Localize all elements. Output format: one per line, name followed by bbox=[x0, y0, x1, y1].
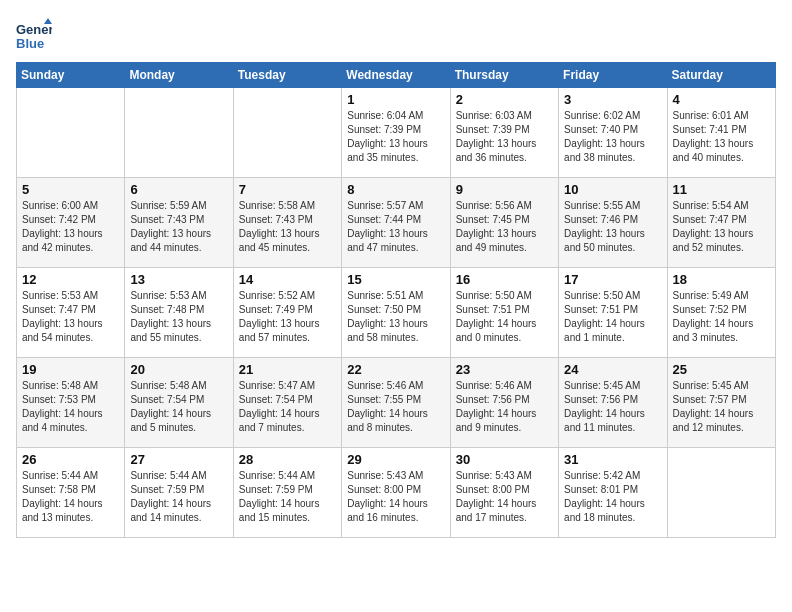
calendar-cell: 10Sunrise: 5:55 AMSunset: 7:46 PMDayligh… bbox=[559, 178, 667, 268]
day-number: 26 bbox=[22, 452, 119, 467]
calendar-cell: 28Sunrise: 5:44 AMSunset: 7:59 PMDayligh… bbox=[233, 448, 341, 538]
day-number: 20 bbox=[130, 362, 227, 377]
day-number: 28 bbox=[239, 452, 336, 467]
day-info: Sunrise: 5:48 AMSunset: 7:53 PMDaylight:… bbox=[22, 379, 119, 435]
day-info: Sunrise: 6:04 AMSunset: 7:39 PMDaylight:… bbox=[347, 109, 444, 165]
day-info: Sunrise: 5:44 AMSunset: 7:58 PMDaylight:… bbox=[22, 469, 119, 525]
day-number: 8 bbox=[347, 182, 444, 197]
calendar-cell: 18Sunrise: 5:49 AMSunset: 7:52 PMDayligh… bbox=[667, 268, 775, 358]
day-info: Sunrise: 6:00 AMSunset: 7:42 PMDaylight:… bbox=[22, 199, 119, 255]
day-number: 9 bbox=[456, 182, 553, 197]
calendar-cell: 16Sunrise: 5:50 AMSunset: 7:51 PMDayligh… bbox=[450, 268, 558, 358]
day-number: 13 bbox=[130, 272, 227, 287]
day-info: Sunrise: 6:01 AMSunset: 7:41 PMDaylight:… bbox=[673, 109, 770, 165]
calendar-cell: 9Sunrise: 5:56 AMSunset: 7:45 PMDaylight… bbox=[450, 178, 558, 268]
calendar-cell: 6Sunrise: 5:59 AMSunset: 7:43 PMDaylight… bbox=[125, 178, 233, 268]
page-header: General Blue bbox=[16, 16, 776, 52]
calendar-cell: 21Sunrise: 5:47 AMSunset: 7:54 PMDayligh… bbox=[233, 358, 341, 448]
day-number: 16 bbox=[456, 272, 553, 287]
calendar-week-5: 26Sunrise: 5:44 AMSunset: 7:58 PMDayligh… bbox=[17, 448, 776, 538]
day-info: Sunrise: 5:43 AMSunset: 8:00 PMDaylight:… bbox=[347, 469, 444, 525]
day-number: 27 bbox=[130, 452, 227, 467]
day-number: 17 bbox=[564, 272, 661, 287]
svg-text:General: General bbox=[16, 22, 52, 37]
calendar-cell: 8Sunrise: 5:57 AMSunset: 7:44 PMDaylight… bbox=[342, 178, 450, 268]
day-info: Sunrise: 5:49 AMSunset: 7:52 PMDaylight:… bbox=[673, 289, 770, 345]
day-number: 1 bbox=[347, 92, 444, 107]
day-info: Sunrise: 5:57 AMSunset: 7:44 PMDaylight:… bbox=[347, 199, 444, 255]
day-info: Sunrise: 5:50 AMSunset: 7:51 PMDaylight:… bbox=[456, 289, 553, 345]
calendar-cell: 26Sunrise: 5:44 AMSunset: 7:58 PMDayligh… bbox=[17, 448, 125, 538]
day-number: 12 bbox=[22, 272, 119, 287]
calendar-table: SundayMondayTuesdayWednesdayThursdayFrid… bbox=[16, 62, 776, 538]
day-info: Sunrise: 5:58 AMSunset: 7:43 PMDaylight:… bbox=[239, 199, 336, 255]
day-info: Sunrise: 5:45 AMSunset: 7:57 PMDaylight:… bbox=[673, 379, 770, 435]
calendar-cell: 4Sunrise: 6:01 AMSunset: 7:41 PMDaylight… bbox=[667, 88, 775, 178]
calendar-cell: 20Sunrise: 5:48 AMSunset: 7:54 PMDayligh… bbox=[125, 358, 233, 448]
day-info: Sunrise: 5:43 AMSunset: 8:00 PMDaylight:… bbox=[456, 469, 553, 525]
weekday-header-sunday: Sunday bbox=[17, 63, 125, 88]
calendar-cell: 1Sunrise: 6:04 AMSunset: 7:39 PMDaylight… bbox=[342, 88, 450, 178]
logo: General Blue bbox=[16, 16, 56, 52]
calendar-cell: 24Sunrise: 5:45 AMSunset: 7:56 PMDayligh… bbox=[559, 358, 667, 448]
day-number: 24 bbox=[564, 362, 661, 377]
day-info: Sunrise: 5:47 AMSunset: 7:54 PMDaylight:… bbox=[239, 379, 336, 435]
day-number: 11 bbox=[673, 182, 770, 197]
calendar-cell: 11Sunrise: 5:54 AMSunset: 7:47 PMDayligh… bbox=[667, 178, 775, 268]
weekday-header-wednesday: Wednesday bbox=[342, 63, 450, 88]
svg-text:Blue: Blue bbox=[16, 36, 44, 51]
day-info: Sunrise: 5:50 AMSunset: 7:51 PMDaylight:… bbox=[564, 289, 661, 345]
calendar-cell: 22Sunrise: 5:46 AMSunset: 7:55 PMDayligh… bbox=[342, 358, 450, 448]
day-number: 18 bbox=[673, 272, 770, 287]
calendar-cell: 29Sunrise: 5:43 AMSunset: 8:00 PMDayligh… bbox=[342, 448, 450, 538]
calendar-cell: 23Sunrise: 5:46 AMSunset: 7:56 PMDayligh… bbox=[450, 358, 558, 448]
calendar-cell: 17Sunrise: 5:50 AMSunset: 7:51 PMDayligh… bbox=[559, 268, 667, 358]
day-info: Sunrise: 5:46 AMSunset: 7:56 PMDaylight:… bbox=[456, 379, 553, 435]
day-number: 29 bbox=[347, 452, 444, 467]
day-info: Sunrise: 5:44 AMSunset: 7:59 PMDaylight:… bbox=[130, 469, 227, 525]
calendar-cell: 2Sunrise: 6:03 AMSunset: 7:39 PMDaylight… bbox=[450, 88, 558, 178]
calendar-cell: 13Sunrise: 5:53 AMSunset: 7:48 PMDayligh… bbox=[125, 268, 233, 358]
day-info: Sunrise: 6:03 AMSunset: 7:39 PMDaylight:… bbox=[456, 109, 553, 165]
calendar-cell: 27Sunrise: 5:44 AMSunset: 7:59 PMDayligh… bbox=[125, 448, 233, 538]
day-number: 21 bbox=[239, 362, 336, 377]
day-number: 10 bbox=[564, 182, 661, 197]
calendar-cell bbox=[233, 88, 341, 178]
day-info: Sunrise: 5:52 AMSunset: 7:49 PMDaylight:… bbox=[239, 289, 336, 345]
calendar-cell bbox=[125, 88, 233, 178]
calendar-cell: 3Sunrise: 6:02 AMSunset: 7:40 PMDaylight… bbox=[559, 88, 667, 178]
calendar-cell: 25Sunrise: 5:45 AMSunset: 7:57 PMDayligh… bbox=[667, 358, 775, 448]
day-info: Sunrise: 5:51 AMSunset: 7:50 PMDaylight:… bbox=[347, 289, 444, 345]
weekday-header-thursday: Thursday bbox=[450, 63, 558, 88]
day-info: Sunrise: 5:44 AMSunset: 7:59 PMDaylight:… bbox=[239, 469, 336, 525]
day-number: 30 bbox=[456, 452, 553, 467]
day-info: Sunrise: 5:56 AMSunset: 7:45 PMDaylight:… bbox=[456, 199, 553, 255]
day-number: 19 bbox=[22, 362, 119, 377]
day-info: Sunrise: 6:02 AMSunset: 7:40 PMDaylight:… bbox=[564, 109, 661, 165]
calendar-week-2: 5Sunrise: 6:00 AMSunset: 7:42 PMDaylight… bbox=[17, 178, 776, 268]
calendar-cell bbox=[667, 448, 775, 538]
weekday-header-friday: Friday bbox=[559, 63, 667, 88]
day-info: Sunrise: 5:55 AMSunset: 7:46 PMDaylight:… bbox=[564, 199, 661, 255]
calendar-week-3: 12Sunrise: 5:53 AMSunset: 7:47 PMDayligh… bbox=[17, 268, 776, 358]
calendar-cell: 12Sunrise: 5:53 AMSunset: 7:47 PMDayligh… bbox=[17, 268, 125, 358]
calendar-cell: 14Sunrise: 5:52 AMSunset: 7:49 PMDayligh… bbox=[233, 268, 341, 358]
day-number: 5 bbox=[22, 182, 119, 197]
weekday-header-row: SundayMondayTuesdayWednesdayThursdayFrid… bbox=[17, 63, 776, 88]
calendar-cell: 15Sunrise: 5:51 AMSunset: 7:50 PMDayligh… bbox=[342, 268, 450, 358]
calendar-cell: 7Sunrise: 5:58 AMSunset: 7:43 PMDaylight… bbox=[233, 178, 341, 268]
day-info: Sunrise: 5:59 AMSunset: 7:43 PMDaylight:… bbox=[130, 199, 227, 255]
day-number: 22 bbox=[347, 362, 444, 377]
day-number: 25 bbox=[673, 362, 770, 377]
day-info: Sunrise: 5:48 AMSunset: 7:54 PMDaylight:… bbox=[130, 379, 227, 435]
day-info: Sunrise: 5:53 AMSunset: 7:47 PMDaylight:… bbox=[22, 289, 119, 345]
day-info: Sunrise: 5:46 AMSunset: 7:55 PMDaylight:… bbox=[347, 379, 444, 435]
day-number: 4 bbox=[673, 92, 770, 107]
day-number: 15 bbox=[347, 272, 444, 287]
calendar-cell: 31Sunrise: 5:42 AMSunset: 8:01 PMDayligh… bbox=[559, 448, 667, 538]
day-info: Sunrise: 5:42 AMSunset: 8:01 PMDaylight:… bbox=[564, 469, 661, 525]
weekday-header-monday: Monday bbox=[125, 63, 233, 88]
day-number: 31 bbox=[564, 452, 661, 467]
day-number: 6 bbox=[130, 182, 227, 197]
svg-marker-2 bbox=[44, 18, 52, 24]
